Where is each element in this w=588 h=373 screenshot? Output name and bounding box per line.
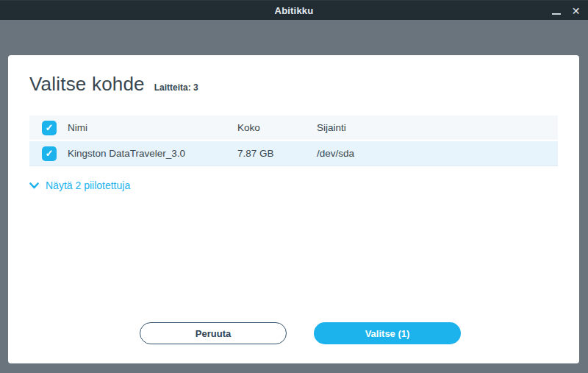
device-count-label: Laitteita: 3: [154, 82, 198, 93]
cancel-button[interactable]: Peruuta: [140, 322, 287, 344]
row-checkbox-cell: ✓: [29, 146, 68, 161]
device-selection-dialog: Valitse kohde Laitteita: 3 ✓ Nimi Koko S…: [8, 55, 579, 363]
chevron-down-icon: [29, 182, 39, 189]
close-button[interactable]: ✕: [570, 1, 581, 21]
column-header-size: Koko: [237, 122, 317, 133]
heading-row: Valitse kohde Laitteita: 3: [29, 73, 558, 96]
device-name: Kingston DataTraveler_3.0: [68, 148, 237, 159]
table-header-row: ✓ Nimi Koko Sijainti: [29, 116, 558, 140]
header-checkbox-cell: ✓: [29, 121, 68, 135]
check-icon: ✓: [46, 122, 54, 133]
close-icon: ✕: [572, 6, 581, 16]
row-checkbox[interactable]: ✓: [42, 146, 57, 161]
select-all-checkbox[interactable]: ✓: [42, 121, 57, 135]
device-table: ✓ Nimi Koko Sijainti ✓ Kingston DataTrav…: [29, 116, 558, 166]
show-hidden-devices-link[interactable]: Näytä 2 piilotettuja: [29, 180, 130, 191]
page-title: Valitse kohde: [29, 73, 145, 96]
window-controls: ✕: [551, 1, 581, 21]
minimize-button[interactable]: [551, 1, 561, 21]
check-icon: ✓: [46, 148, 54, 159]
device-size: 7.87 GB: [237, 148, 317, 159]
window-title: Abitikku: [275, 5, 314, 16]
titlebar: Abitikku ✕: [0, 0, 588, 20]
show-hidden-devices-label: Näytä 2 piilotettuja: [46, 180, 130, 191]
column-header-name: Nimi: [68, 122, 237, 133]
table-row[interactable]: ✓ Kingston DataTraveler_3.0 7.87 GB /dev…: [29, 141, 558, 166]
minimize-icon: [552, 13, 561, 15]
device-location: /dev/sda: [317, 148, 558, 159]
column-header-location: Sijainti: [317, 122, 558, 133]
confirm-button[interactable]: Valitse (1): [314, 322, 461, 344]
